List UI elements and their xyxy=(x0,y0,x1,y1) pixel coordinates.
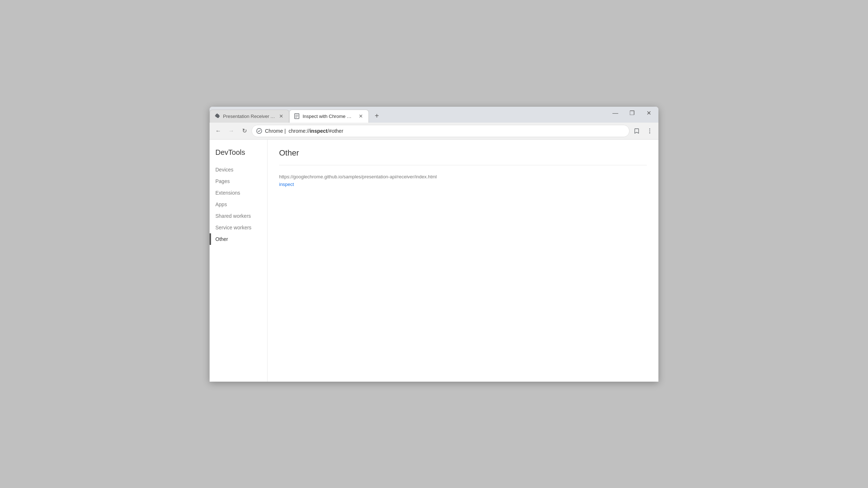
forward-button[interactable]: → xyxy=(226,125,237,137)
page-title: Other xyxy=(279,148,647,158)
nav-bar: ← → ↻ Chrome | chrome://inspect/#other xyxy=(210,123,658,140)
tab-inspect[interactable]: Inspect with Chrome Dev ✕ xyxy=(289,110,369,123)
tab-presentation-label: Presentation Receiver AF xyxy=(223,114,275,119)
tabs-area: Presentation Receiver AF ✕ Inspect with … xyxy=(210,110,658,123)
svg-point-6 xyxy=(649,130,650,131)
more-options-button[interactable] xyxy=(644,125,656,137)
tab-inspect-close[interactable]: ✕ xyxy=(358,113,364,119)
title-bar: Presentation Receiver AF ✕ Inspect with … xyxy=(210,107,658,123)
site-security-icon xyxy=(256,128,262,134)
maximize-button[interactable]: ❐ xyxy=(624,107,640,119)
sidebar-item-shared-workers[interactable]: Shared workers xyxy=(210,210,267,222)
content-area: DevTools Devices Pages Extensions Apps S… xyxy=(210,140,658,382)
svg-point-5 xyxy=(649,128,650,130)
address-bar[interactable]: Chrome | chrome://inspect/#other xyxy=(252,125,629,137)
tab-inspect-label: Inspect with Chrome Dev xyxy=(303,114,355,119)
svg-point-7 xyxy=(649,132,650,133)
bookmark-button[interactable] xyxy=(631,125,642,137)
sidebar-item-devices[interactable]: Devices xyxy=(210,164,267,175)
browser-window: Presentation Receiver AF ✕ Inspect with … xyxy=(210,107,658,382)
sidebar-item-other[interactable]: Other xyxy=(210,233,267,245)
minimize-button[interactable]: — xyxy=(607,107,624,119)
address-site-label: Chrome | xyxy=(265,128,286,134)
address-url: chrome://inspect/#other xyxy=(288,128,343,134)
close-button[interactable]: ✕ xyxy=(640,107,657,119)
inspect-url: https://googlechrome.github.io/samples/p… xyxy=(279,174,647,179)
puzzle-icon xyxy=(214,113,220,119)
sidebar-item-extensions[interactable]: Extensions xyxy=(210,187,267,199)
inspect-link[interactable]: inspect xyxy=(279,182,294,187)
back-button[interactable]: ← xyxy=(212,125,224,137)
new-tab-button[interactable]: + xyxy=(370,110,383,123)
sidebar-item-apps[interactable]: Apps xyxy=(210,199,267,210)
tab-presentation-close[interactable]: ✕ xyxy=(278,113,285,119)
sidebar-item-pages[interactable]: Pages xyxy=(210,175,267,187)
sidebar-item-service-workers[interactable]: Service workers xyxy=(210,222,267,233)
document-icon xyxy=(294,113,300,119)
reload-button[interactable]: ↻ xyxy=(239,125,250,137)
tab-presentation[interactable]: Presentation Receiver AF ✕ xyxy=(210,110,289,123)
sidebar: DevTools Devices Pages Extensions Apps S… xyxy=(210,140,267,382)
window-controls: — ❐ ✕ xyxy=(607,107,658,120)
sidebar-title: DevTools xyxy=(210,148,267,164)
section-divider xyxy=(279,165,647,165)
main-panel: Other https://googlechrome.github.io/sam… xyxy=(267,140,658,382)
inspect-item: https://googlechrome.github.io/samples/p… xyxy=(279,171,647,190)
